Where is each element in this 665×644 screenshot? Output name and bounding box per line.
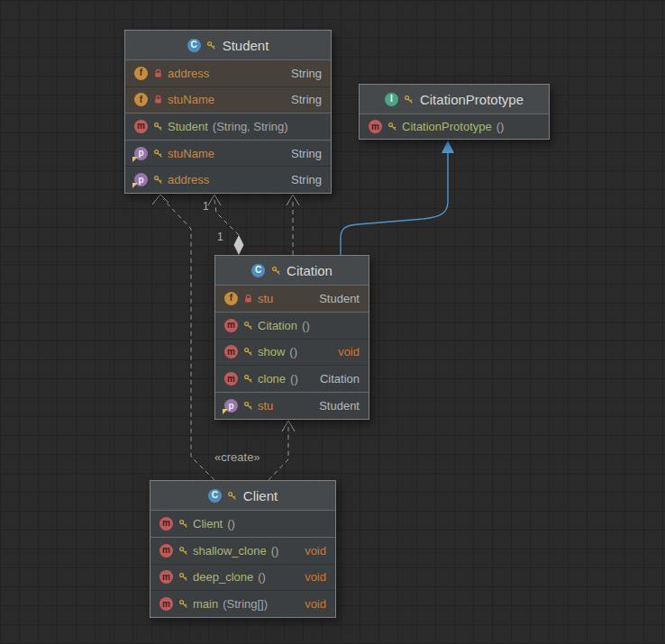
member-params: () (496, 120, 505, 133)
method-icon: m (224, 372, 238, 385)
member-type: void (296, 597, 326, 611)
key-icon (152, 149, 163, 159)
method-icon: m (159, 544, 173, 558)
member-type: void (329, 345, 360, 358)
property-row-stu[interactable]: pstuStudent (215, 392, 369, 419)
property-row-address[interactable]: paddressString (125, 166, 331, 193)
member-name: Student (168, 120, 208, 133)
key-icon (178, 546, 188, 556)
class-icon: C (208, 489, 222, 503)
aggregation-diamond (234, 235, 244, 255)
method-row-clone[interactable]: mclone()Citation (215, 365, 369, 392)
member-type: Citation (311, 372, 360, 385)
property-icon: p (134, 147, 148, 160)
member-params: () (271, 544, 279, 558)
key-icon (178, 572, 188, 582)
member-params: () (227, 517, 235, 531)
lock-icon (152, 68, 163, 78)
class-box-citation[interactable]: CCitationfstuStudentmCitation()mshow()vo… (214, 255, 369, 420)
member-name: stu (258, 399, 273, 413)
member-name: Citation (258, 319, 297, 332)
class-header-citation[interactable]: CCitation (215, 256, 369, 286)
property-icon: p (134, 173, 148, 186)
class-box-student[interactable]: CStudentfaddressStringfstuNameStringmStu… (124, 30, 332, 194)
member-name: stu (258, 292, 273, 305)
member-params: () (289, 345, 297, 358)
field-row-stu[interactable]: fstuStudent (215, 286, 369, 312)
class-title: CitationPrototype (420, 92, 524, 107)
method-icon: m (159, 597, 173, 611)
class-members: fstuStudentmCitation()mshow()voidmclone(… (215, 286, 369, 419)
class-title: Client (243, 488, 278, 503)
method-row-Citation[interactable]: mCitation() (215, 312, 369, 339)
field-row-address[interactable]: faddressString (125, 60, 331, 86)
method-row-deep_clone[interactable]: mdeep_clone()void (150, 564, 335, 591)
key-icon (404, 95, 414, 104)
method-icon: m (224, 319, 238, 332)
key-icon (227, 491, 238, 501)
class-icon: C (187, 39, 201, 52)
edge-client-citation-create[interactable] (269, 424, 288, 480)
lock-icon (152, 95, 163, 104)
class-header-client[interactable]: CClient (150, 481, 335, 511)
member-params: (String[]) (223, 597, 268, 611)
key-icon (178, 519, 188, 529)
member-type: Student (310, 292, 360, 305)
member-name: stuName (168, 147, 214, 160)
class-title: Student (223, 38, 269, 53)
member-type: String (282, 67, 322, 80)
key-icon (178, 599, 188, 609)
field-row-stuName[interactable]: fstuNameString (125, 86, 331, 113)
member-name: CitationPrototype (402, 120, 492, 133)
key-icon (206, 41, 217, 50)
key-icon (242, 374, 253, 384)
member-name: deep_clone (193, 570, 253, 584)
field-icon: f (224, 292, 238, 305)
edge-client-student-create[interactable] (163, 199, 214, 480)
create-stereotype-label: «create» (214, 450, 260, 464)
key-icon (270, 266, 281, 276)
member-type: String (282, 93, 322, 106)
member-type: String (282, 173, 322, 186)
member-name: address (168, 67, 209, 80)
member-name: show (258, 345, 285, 358)
member-name: clone (258, 372, 286, 385)
member-name: stuName (168, 93, 214, 106)
multiplicity-label: 1 (203, 200, 209, 213)
member-name: address (168, 173, 209, 186)
class-title: Citation (287, 263, 332, 278)
method-icon: m (134, 120, 148, 133)
class-members: mClient()mshallow_clone()voidmdeep_clone… (150, 511, 335, 617)
class-members: mCitationPrototype() (360, 114, 549, 139)
class-header-student[interactable]: CStudent (125, 31, 331, 60)
class-box-client[interactable]: CClientmClient()mshallow_clone()voidmdee… (150, 480, 336, 618)
edge-citation-citationprototype[interactable] (341, 151, 448, 255)
method-row-main[interactable]: mmain(String[])void (150, 590, 335, 617)
member-type: void (296, 570, 326, 584)
class-box-citationprototype[interactable]: ICitationPrototypemCitationPrototype() (359, 84, 550, 140)
method-row-show[interactable]: mshow()void (215, 339, 369, 366)
class-header-citationprototype[interactable]: ICitationPrototype (360, 85, 549, 114)
member-params: () (258, 570, 266, 584)
method-row-shallow_clone[interactable]: mshallow_clone()void (150, 537, 335, 564)
property-icon: p (224, 399, 238, 413)
member-params: (String, String) (213, 120, 288, 133)
key-icon (152, 122, 163, 132)
key-icon (242, 321, 253, 331)
property-row-stuName[interactable]: pstuNameString (125, 140, 331, 167)
interface-icon: I (385, 93, 398, 106)
method-row-Client[interactable]: mClient() (150, 511, 335, 537)
member-type: Student (310, 399, 360, 413)
key-icon (242, 347, 253, 357)
member-name: shallow_clone (193, 544, 267, 558)
field-icon: f (134, 67, 148, 80)
method-icon: m (159, 517, 173, 531)
member-type: void (296, 544, 326, 558)
method-row-Student[interactable]: mStudent(String, String) (125, 113, 331, 140)
member-params: () (290, 372, 298, 385)
method-row-CitationPrototype[interactable]: mCitationPrototype() (360, 114, 549, 139)
diagram-canvas[interactable]: Student (aggregation) --> Student (refer… (0, 0, 665, 644)
class-members: faddressStringfstuNameStringmStudent(Str… (125, 60, 331, 193)
key-icon (152, 175, 163, 185)
member-name: main (193, 597, 218, 611)
